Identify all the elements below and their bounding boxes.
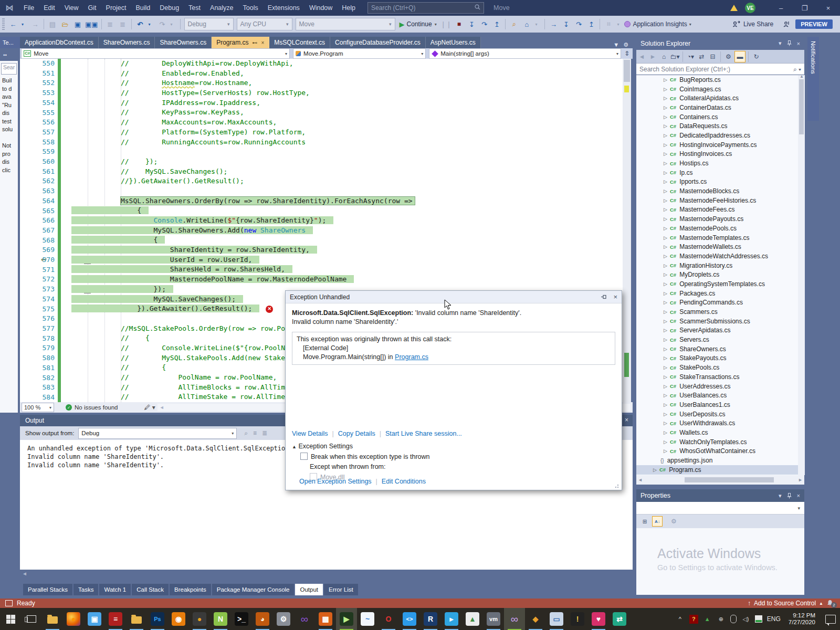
taskbar-diamond-app[interactable]: ◆ xyxy=(525,608,546,630)
se-forward-icon[interactable]: ► xyxy=(648,51,658,62)
live-share-button[interactable]: Live Share xyxy=(743,20,773,28)
tree-expander-icon[interactable]: ▷ xyxy=(664,96,670,101)
startup-project-dropdown[interactable]: Move▾ xyxy=(296,18,395,30)
file-item-masternodeblocks-cs[interactable]: ▷C#MasternodeBlocks.cs xyxy=(636,186,798,196)
taskbar-heart-media-app[interactable]: ♥ xyxy=(588,608,609,630)
tree-expander-icon[interactable]: ▷ xyxy=(664,412,670,417)
file-item-operatingsystemtemplates-cs[interactable]: ▷C#OperatingSystemTemplates.cs xyxy=(636,279,798,289)
undo-dropdown[interactable]: ▾ xyxy=(144,18,155,30)
solution-explorer-search-input[interactable]: Search Solution Explorer (Ctrl+;) ⌕ ▾ xyxy=(636,63,804,75)
open-exception-settings-link[interactable]: Open Exception Settings xyxy=(299,478,372,485)
file-item-masternodepayouts-cs[interactable]: ▷C#MasternodePayouts.cs xyxy=(636,214,798,224)
save-icon[interactable]: ▣ xyxy=(72,18,83,30)
file-item-stakepayouts-cs[interactable]: ▷C#StakePayouts.cs xyxy=(636,354,798,363)
tab-shareowners-cs[interactable]: ShareOwners.cs xyxy=(155,37,212,48)
tab-list-dropdown-icon[interactable]: ▼ xyxy=(613,41,619,48)
background-tasks-icon[interactable] xyxy=(5,600,13,606)
taskbar-notepad-plus-plus[interactable]: N xyxy=(210,608,231,630)
application-insights-label[interactable]: Application Insights xyxy=(633,20,687,28)
taskbar-opera[interactable]: O xyxy=(378,608,399,630)
tree-expander-icon[interactable]: ▷ xyxy=(664,188,670,194)
tab-aspnetusers-cs[interactable]: AspNetUsers.cs xyxy=(426,37,481,48)
notifications-collapsed-tab[interactable]: Notifications xyxy=(807,37,819,121)
tree-expander-icon[interactable]: ▷ xyxy=(664,346,670,352)
file-item-hostinginvoicepayments-cs[interactable]: ▷C#HostingInvoicePayments.cs xyxy=(636,140,798,150)
tab-mssqlcontext-cs[interactable]: MsSQLContext.cs xyxy=(269,37,330,48)
tree-expander-icon[interactable]: ▷ xyxy=(664,263,670,268)
exception-error-icon[interactable]: ✕ xyxy=(266,306,273,313)
tree-expander-icon[interactable]: ▷ xyxy=(664,448,670,454)
action-center-icon[interactable] xyxy=(825,615,836,624)
tray-question-icon[interactable]: ? xyxy=(689,615,698,624)
minimize-button[interactable]: – xyxy=(769,0,793,16)
taskbar-penguin-app[interactable]: ● xyxy=(189,608,210,630)
step-into-2-icon[interactable]: ↧ xyxy=(561,18,571,30)
hot-reload-dropdown[interactable]: ▾ xyxy=(613,18,623,30)
file-item-bugreports-cs[interactable]: ▷C#BugReports.cs xyxy=(636,75,798,85)
taskbar-firefox[interactable]: ● xyxy=(63,608,84,630)
toolbar-drag-handle[interactable] xyxy=(2,18,5,30)
stop-debugging-icon[interactable]: ■ xyxy=(454,18,464,30)
file-item-ip-cs[interactable]: ▷C#Ip.cs xyxy=(636,168,798,177)
open-file-icon[interactable]: 🗁 xyxy=(60,18,70,30)
navigate-back-dropdown[interactable]: ▾ xyxy=(17,18,28,30)
dialog-resize-grip[interactable] xyxy=(615,483,620,488)
file-item-serverapidatas-cs[interactable]: ▷C#ServerApidatas.cs xyxy=(636,326,798,335)
member-dropdown[interactable]: Main(string[] args)▾ xyxy=(429,48,621,59)
file-item-migrationhistory-cs[interactable]: ▷C#MigrationHistory.cs xyxy=(636,261,798,270)
taskbar-messenger[interactable]: ▸ xyxy=(441,608,462,630)
tree-expander-icon[interactable]: ▷ xyxy=(664,337,670,342)
new-file-icon[interactable]: ▤ xyxy=(47,18,58,30)
taskbar-installer-app[interactable]: ≡ xyxy=(105,608,126,630)
tree-expander-icon[interactable]: ▷ xyxy=(664,281,670,287)
solution-explorer-horizontal-scrollbar[interactable]: ◄► xyxy=(636,475,804,485)
indent-icon[interactable]: ≣ xyxy=(118,18,128,30)
taskbar-photoshop[interactable]: Ps xyxy=(147,608,168,630)
tab-strip-settings-icon[interactable]: ⚙ xyxy=(623,41,628,48)
file-item-masternodetemplates-cs[interactable]: ▷C#MasternodeTemplates.cs xyxy=(636,233,798,243)
user-avatar[interactable]: VE xyxy=(745,3,755,13)
find-message-icon[interactable]: ⌕ xyxy=(244,429,248,437)
tree-expander-icon[interactable]: ▷ xyxy=(664,355,670,361)
step-over-icon[interactable]: ↷ xyxy=(479,18,489,30)
tray-expand-icon[interactable]: ^ xyxy=(676,615,685,624)
file-item-userbalances1-cs[interactable]: ▷C#UserBalances1.cs xyxy=(636,400,798,410)
tray-tree-warning-icon[interactable]: ▲ xyxy=(703,615,712,624)
undo-icon[interactable]: ↶ xyxy=(135,18,145,30)
taskbar-command-prompt[interactable]: >_ xyxy=(231,608,252,630)
tool-tab-parallel-stacks[interactable]: Parallel Stacks xyxy=(23,584,72,595)
tree-expander-icon[interactable]: ▷ xyxy=(664,170,670,175)
hot-reload-icon[interactable]: ⌗ xyxy=(603,18,614,30)
properties-wrench-icon[interactable]: ⚙ xyxy=(669,516,679,527)
tree-expander-icon[interactable]: ▷ xyxy=(664,291,670,296)
close-button[interactable]: × xyxy=(816,0,840,16)
tree-expander-icon[interactable]: ▷ xyxy=(664,142,670,148)
file-item-coinimages-cs[interactable]: ▷C#CoinImages.cs xyxy=(636,85,798,94)
solution-explorer-close-icon[interactable]: × xyxy=(797,40,800,47)
file-item-program-cs[interactable]: ▷C#Program.cs xyxy=(636,465,798,475)
tree-expander-icon[interactable]: ▷ xyxy=(664,226,670,231)
source-control-dropdown-icon[interactable]: ▲ xyxy=(819,601,823,606)
menu-edit[interactable]: Edit xyxy=(39,0,60,16)
navigate-forward-icon[interactable]: → xyxy=(30,18,40,30)
test-explorer-collapsed-tab[interactable]: Te... xyxy=(0,37,22,48)
tool-tab-output[interactable]: Output xyxy=(295,584,323,595)
menu-tools[interactable]: Tools xyxy=(238,0,263,16)
notifications-bell-icon[interactable]: 2 xyxy=(826,600,835,607)
file-item-masternodewallets-cs[interactable]: ▷C#MasternodeWallets.cs xyxy=(636,242,798,251)
redo-dropdown[interactable]: ▾ xyxy=(166,18,177,30)
file-item-servers-cs[interactable]: ▷C#Servers.cs xyxy=(636,335,798,344)
notification-warning-icon[interactable] xyxy=(730,5,738,11)
file-item-userwithdrawals-cs[interactable]: ▷C#UserWithdrawals.cs xyxy=(636,418,798,428)
file-item-wallets-cs[interactable]: ▷C#Wallets.cs xyxy=(636,428,798,437)
alphabetical-sort-icon[interactable]: A↓ xyxy=(652,516,663,527)
run-to-cursor-icon[interactable]: → xyxy=(548,18,559,30)
file-item-stakepools-cs[interactable]: ▷C#StakePools.cs xyxy=(636,363,798,372)
taskbar-task-view-button[interactable] xyxy=(21,608,42,630)
edit-conditions-link[interactable]: Edit Conditions xyxy=(382,478,426,485)
tree-expander-icon[interactable]: ▷ xyxy=(664,244,670,249)
tree-expander-icon[interactable]: ▷ xyxy=(664,430,670,435)
taskbar-remote-app[interactable]: ⇄ xyxy=(609,608,630,630)
navigate-back-icon[interactable]: ← xyxy=(8,18,18,30)
break-when-thrown-checkbox[interactable] xyxy=(300,453,308,460)
